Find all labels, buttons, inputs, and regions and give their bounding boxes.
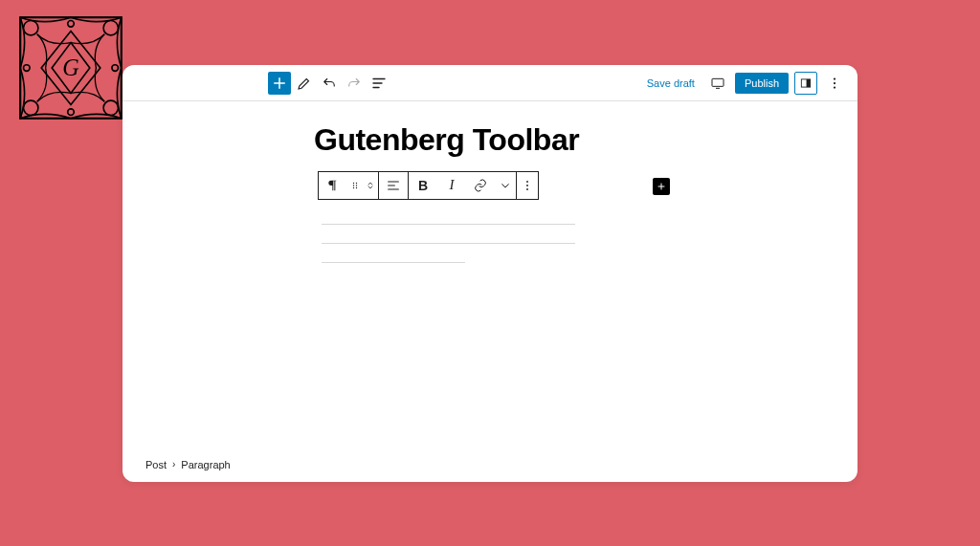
chevron-up-down-icon <box>365 180 376 191</box>
svg-point-23 <box>526 185 528 186</box>
tools-button[interactable] <box>293 72 316 95</box>
svg-point-17 <box>356 182 357 183</box>
drag-icon <box>349 180 361 191</box>
block-type-button[interactable] <box>319 172 347 199</box>
link-button[interactable] <box>466 172 495 199</box>
redo-icon <box>345 75 363 92</box>
plus-icon <box>656 181 667 192</box>
placeholder-line <box>322 262 465 263</box>
placeholder-line <box>322 224 575 225</box>
svg-point-21 <box>356 186 357 187</box>
list-view-icon <box>370 75 388 92</box>
options-group <box>516 171 539 200</box>
link-icon <box>473 178 488 193</box>
publish-button[interactable]: Publish <box>735 73 789 94</box>
settings-toggle-button[interactable] <box>794 72 817 95</box>
post-title[interactable]: Gutenberg Toolbar <box>314 122 579 158</box>
breadcrumb-root[interactable]: Post <box>145 459 167 470</box>
svg-rect-12 <box>807 78 811 86</box>
svg-point-14 <box>834 81 835 83</box>
gutenberg-logo-icon: G <box>122 65 123 121</box>
inserter-toggle-button[interactable] <box>268 72 291 95</box>
svg-point-13 <box>834 77 835 79</box>
svg-point-18 <box>353 185 354 186</box>
more-vertical-icon <box>520 178 535 193</box>
toolbar-left-group <box>268 65 390 95</box>
insert-block-button[interactable] <box>653 178 670 195</box>
block-type-group <box>318 171 379 200</box>
editor-canvas: Gutenberg Toolbar B I <box>122 101 858 449</box>
undo-icon <box>321 75 338 92</box>
chevron-right-icon: › <box>172 459 175 470</box>
more-vertical-icon <box>826 75 843 92</box>
options-menu-button[interactable] <box>823 72 846 95</box>
placeholder-line <box>322 243 575 244</box>
document-overview-button[interactable] <box>368 72 390 95</box>
preview-button[interactable] <box>706 72 729 95</box>
format-group: B I <box>408 171 517 200</box>
sidebar-icon <box>799 76 813 90</box>
paragraph-icon <box>325 178 341 193</box>
italic-button[interactable]: I <box>437 172 466 199</box>
bold-button[interactable]: B <box>409 172 437 199</box>
chevron-down-icon <box>498 178 513 193</box>
svg-point-19 <box>356 185 357 186</box>
svg-point-24 <box>526 188 528 190</box>
align-group <box>378 171 409 200</box>
redo-button[interactable] <box>343 72 366 95</box>
svg-rect-10 <box>712 78 724 86</box>
align-left-icon <box>386 178 401 193</box>
site-logo[interactable]: G <box>122 65 123 121</box>
toolbar-right-group: Save draft Publish <box>641 65 858 95</box>
desktop-icon <box>710 76 725 91</box>
align-button[interactable] <box>379 172 408 199</box>
svg-point-16 <box>353 182 354 183</box>
top-toolbar: Save draft Publish <box>122 65 858 101</box>
undo-button[interactable] <box>318 72 341 95</box>
plus-icon <box>271 75 288 92</box>
svg-point-20 <box>353 186 354 187</box>
breadcrumb-current[interactable]: Paragraph <box>181 459 230 470</box>
svg-point-15 <box>834 86 835 88</box>
block-options-button[interactable] <box>517 172 538 199</box>
editor-window: G Save draft Publish <box>122 65 858 482</box>
more-formatting-button[interactable] <box>495 172 516 199</box>
save-draft-button[interactable]: Save draft <box>641 74 701 93</box>
block-breadcrumb: Post › Paragraph <box>122 449 858 482</box>
drag-handle-button[interactable] <box>347 172 363 199</box>
svg-point-22 <box>526 181 528 183</box>
edit-icon <box>296 75 313 92</box>
block-toolbar: B I <box>318 171 538 200</box>
move-up-down-button[interactable] <box>363 172 378 199</box>
